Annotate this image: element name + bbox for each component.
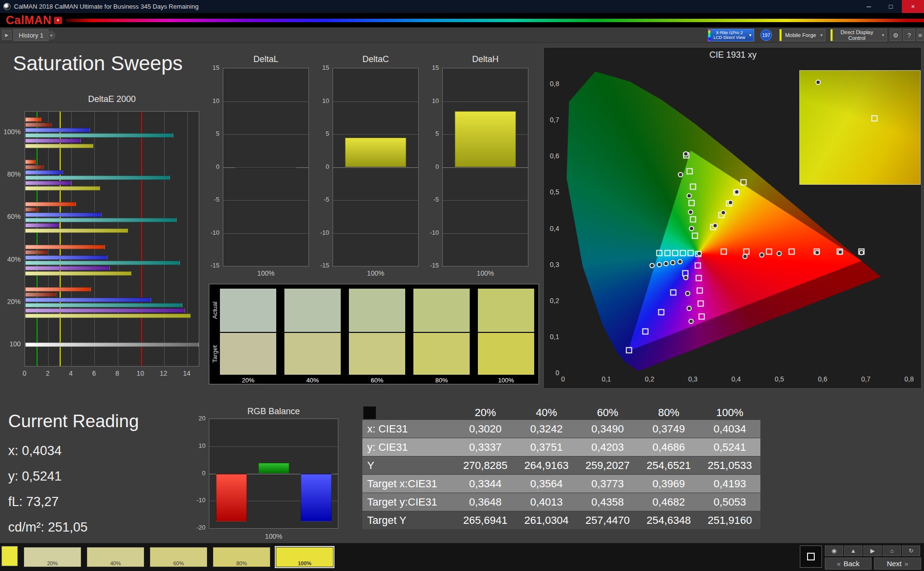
saturation-swatch-label: 80%: [213, 560, 270, 566]
deltae-xaxis: 02468101214: [25, 368, 199, 378]
deltaC-gridline: [333, 134, 418, 135]
deltaL-y-tick: 15: [213, 64, 219, 71]
tab-history-1[interactable]: History 1: [13, 29, 49, 41]
cie-yaxis: 00,10,20,30,40,50,60,70,8: [544, 55, 560, 373]
deltae-group-label: 100%: [3, 128, 21, 136]
camera-button[interactable]: ◉: [825, 546, 843, 556]
saturation-swatch-button[interactable]: 60%: [150, 547, 207, 567]
gear-icon[interactable]: ⚙: [890, 29, 901, 41]
saturation-swatch-button[interactable]: 80%: [213, 547, 270, 567]
meter-dropdown[interactable]: X-Rite i1Pro 2 LCD Direct View ▼: [708, 29, 754, 41]
deltae2000-chart: DeltaE 2000 100%80%60%40%20%100 02468101…: [4, 94, 203, 380]
deltae-x-tick: 2: [46, 369, 50, 377]
rgb-y-tick: 20: [199, 415, 205, 422]
cie-measured-point: [687, 306, 692, 311]
stop-button[interactable]: [800, 546, 822, 568]
bottom-swatches: 20%40%60%80%100%: [24, 547, 334, 567]
table-cell: 0,5053: [699, 496, 760, 508]
measurement-count-badge[interactable]: 197: [760, 29, 772, 41]
table-cell: 251,0533: [699, 459, 760, 472]
source-dropdown[interactable]: Mobile Forge ▼: [779, 29, 825, 41]
stop-icon: [807, 553, 815, 560]
home-button[interactable]: ⌂: [883, 546, 901, 556]
actual-swatch: [284, 289, 341, 332]
deltaH-bar: [455, 111, 516, 167]
actual-swatch: [413, 289, 470, 332]
deltaC-plot: [333, 68, 419, 266]
chevron-down-icon: ▼: [881, 33, 885, 38]
table-row-label: Target y:CIE31: [362, 496, 455, 508]
cie-target-point: [672, 250, 678, 256]
current-color-swatch: [1, 546, 18, 566]
deltaL-y-tick: 0: [216, 163, 219, 170]
deltae-gridline: [71, 112, 72, 366]
calman-logo[interactable]: CalMAN: [6, 13, 51, 27]
table-header: 20%40%60%80%100%: [362, 406, 760, 419]
rgb-y-tick: -20: [196, 524, 205, 531]
bottom-bar: 20%40%60%80%100% ◉▲▶⌂↻ « Back Next »: [0, 543, 924, 571]
minimize-button[interactable]: ─: [858, 0, 880, 13]
cie-target-point: [688, 250, 694, 256]
table-row: Y270,8285264,9163259,2027254,6521251,053…: [362, 457, 760, 474]
table-cell: 0,4203: [577, 441, 638, 454]
back-chevron-icon: «: [837, 560, 841, 568]
cie-measured-point: [650, 263, 655, 268]
history-arrow-icon[interactable]: ▶: [2, 30, 12, 40]
saturation-swatch-button[interactable]: 40%: [87, 547, 144, 567]
meter-dropdown-label: X-Rite i1Pro 2 LCD Direct View: [710, 30, 748, 40]
deltaL-plot: [223, 68, 309, 266]
deltaC-yaxis: 151050-5-10-15: [319, 68, 331, 266]
next-button[interactable]: Next »: [874, 558, 921, 570]
eject-button[interactable]: ▲: [844, 546, 862, 556]
cie-target-point: [690, 216, 696, 222]
deltae-bar: [25, 271, 131, 276]
cie-target-point: [690, 184, 696, 190]
deltaL-y-tick: -10: [210, 229, 219, 236]
table-cell: 0,3337: [455, 441, 516, 454]
chevron-down-icon: ▼: [820, 33, 823, 38]
saturation-swatch-label: 100%: [276, 560, 333, 566]
menu-icon[interactable]: ≡: [917, 29, 924, 41]
back-button[interactable]: « Back: [825, 558, 872, 570]
maximize-button[interactable]: □: [880, 0, 902, 13]
swatch-column-label: 40%: [284, 375, 341, 383]
table-cell: 0,4193: [699, 478, 760, 490]
current-reading-fl: fL: 73,27: [8, 495, 59, 509]
deltae-bar: [25, 255, 107, 260]
cie-measured-point: [814, 250, 820, 255]
table-row: Target y:CIE310,36480,40130,43580,46820,…: [362, 493, 760, 511]
play-button[interactable]: ▶: [863, 546, 882, 556]
cie-x-tick: 0,7: [861, 375, 870, 383]
cie-x-tick: 0,5: [775, 375, 784, 383]
cie-x-tick: 0,3: [688, 375, 697, 383]
deltae-bar: [25, 213, 102, 217]
add-tab-button[interactable]: +: [47, 31, 55, 39]
table-column-header: 60%: [577, 406, 638, 419]
rgb-balance-title: RGB Balance: [209, 406, 338, 417]
cie-measured-point: [656, 262, 662, 267]
table-cell: 259,2027: [577, 459, 638, 472]
swatch-column: 40%: [284, 289, 341, 383]
close-button[interactable]: ×: [902, 0, 924, 13]
swatch-column-label: 100%: [478, 375, 534, 383]
rgb-bar-green: [258, 463, 289, 474]
cie-measured-point: [689, 226, 694, 231]
cie-zoom-inset: [799, 70, 921, 185]
cie-y-tick: 0,7: [550, 116, 559, 124]
refresh-button[interactable]: ↻: [902, 546, 920, 556]
deltae-bar: [25, 139, 81, 143]
cie-target-point: [688, 200, 694, 206]
cie-measured-point: [713, 223, 718, 228]
swatch-column-label: 80%: [413, 375, 470, 383]
display-control-dropdown[interactable]: Direct Display Control ▼: [830, 29, 887, 41]
help-icon[interactable]: ?: [903, 29, 915, 41]
cie-target-point: [698, 313, 705, 319]
deltaH-y-tick: -15: [430, 262, 439, 269]
cie-measured-point: [859, 250, 864, 255]
saturation-swatch-button[interactable]: 100%: [276, 547, 334, 567]
logo-dropdown-icon[interactable]: ▼: [54, 17, 62, 24]
cie-y-tick: 0,3: [550, 261, 559, 268]
cie-x-tick: 0,1: [602, 375, 611, 383]
saturation-swatch-button[interactable]: 20%: [24, 547, 81, 567]
rgb-plot: [209, 419, 338, 529]
